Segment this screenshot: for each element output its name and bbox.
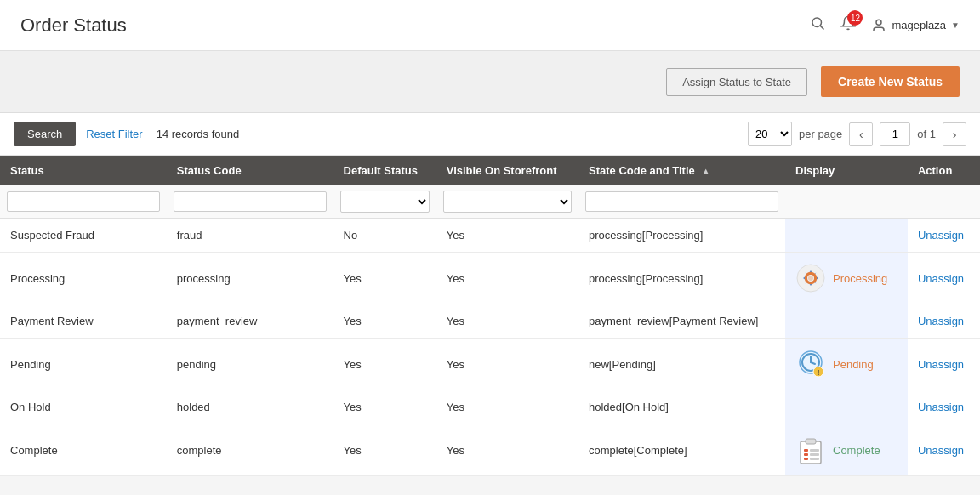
pagination: 20 50 100 per page ‹ of 1 › (748, 122, 966, 146)
cell-state-code: holded[On Hold] (578, 390, 785, 424)
table-row: Payment Review payment_review Yes Yes pa… (0, 304, 980, 339)
cell-action: Unassign (908, 390, 980, 424)
col-status: Status (0, 156, 167, 185)
table-row: Complete complete Yes Yes complete[Compl… (0, 424, 980, 476)
filter-status-code-input[interactable] (174, 191, 327, 212)
prev-page-button[interactable]: ‹ (849, 122, 873, 146)
cell-default-status: No (333, 219, 436, 253)
col-default-status: Default Status (333, 156, 436, 185)
table-row: On Hold holded Yes Yes holded[On Hold] U… (0, 390, 980, 424)
cell-state-code: processing[Processing] (578, 219, 785, 253)
svg-rect-17 (804, 453, 808, 456)
unassign-link[interactable]: Unassign (918, 272, 964, 285)
clipboard-icon (795, 435, 826, 465)
cell-action: Unassign (908, 304, 980, 339)
order-status-table: Status Status Code Default Status Visibl… (0, 156, 980, 476)
cell-visible: Yes (436, 424, 578, 476)
reset-filter-link[interactable]: Reset Filter (86, 128, 142, 140)
display-label: Processing (833, 272, 887, 285)
cell-action: Unassign (908, 219, 980, 253)
user-name: mageplaza (892, 19, 946, 31)
svg-text:!: ! (818, 368, 820, 377)
table-row: Pending pending Yes Yes new[Pending] (0, 339, 980, 390)
cell-visible: Yes (436, 304, 578, 339)
cell-status-code: complete (167, 424, 333, 476)
cell-status: Pending (0, 339, 167, 390)
unassign-link[interactable]: Unassign (918, 229, 964, 242)
create-new-status-button[interactable]: Create New Status (821, 66, 960, 97)
cell-display (785, 304, 908, 339)
col-state-code-title[interactable]: State Code and Title ▲ (578, 156, 785, 185)
cell-display (785, 219, 908, 253)
notification-icon[interactable]: 12 (840, 15, 856, 35)
cell-display (785, 390, 908, 424)
top-header: Order Status 12 mageplaza ▼ (0, 0, 980, 51)
cell-action: Unassign (908, 339, 980, 390)
svg-point-0 (812, 18, 822, 27)
cell-default-status: Yes (333, 339, 436, 390)
page-input[interactable] (880, 122, 910, 146)
unassign-link[interactable]: Unassign (918, 401, 964, 413)
records-count: 14 records found (157, 128, 240, 140)
cell-state-code: new[Pending] (578, 339, 785, 390)
cell-status: Processing (0, 253, 167, 304)
cell-default-status: Yes (333, 304, 436, 339)
cell-visible: Yes (436, 390, 578, 424)
search-icon[interactable] (810, 15, 825, 35)
search-button[interactable]: Search (14, 122, 76, 146)
display-label: Pending (833, 358, 874, 371)
cell-default-status: Yes (333, 390, 436, 424)
cell-visible: Yes (436, 253, 578, 304)
svg-line-1 (821, 26, 824, 29)
sort-icon: ▲ (701, 166, 710, 176)
col-action: Action (908, 156, 980, 185)
cell-status: Payment Review (0, 304, 167, 339)
page-of-label: of 1 (917, 128, 936, 140)
cell-state-code: processing[Processing] (578, 253, 785, 304)
next-page-button[interactable]: › (943, 122, 966, 146)
svg-rect-13 (801, 441, 821, 464)
svg-rect-19 (804, 458, 808, 460)
unassign-link[interactable]: Unassign (918, 444, 964, 457)
col-visible-storefront: Visible On Storefront (436, 156, 578, 185)
toolbar: Search Reset Filter 14 records found 20 … (0, 113, 980, 156)
unassign-link[interactable]: Unassign (918, 315, 964, 327)
cell-display: Processing (785, 253, 908, 304)
cell-status-code: holded (167, 390, 333, 424)
cell-state-code: complete[Complete] (578, 424, 785, 476)
clock-icon: ! (795, 349, 826, 379)
svg-rect-18 (810, 453, 819, 456)
header-actions: 12 mageplaza ▼ (810, 15, 960, 35)
svg-rect-14 (806, 439, 816, 444)
cell-status-code: fraud (167, 219, 333, 253)
svg-rect-20 (810, 458, 819, 460)
filter-row: Yes No Yes No (0, 185, 980, 219)
unassign-link[interactable]: Unassign (918, 358, 964, 371)
display-cell-complete: Complete (795, 435, 897, 465)
cell-action: Unassign (908, 424, 980, 476)
cell-visible: Yes (436, 219, 578, 253)
assign-status-button[interactable]: Assign Status to State (666, 68, 807, 96)
cell-status-code: processing (167, 253, 333, 304)
cell-action: Unassign (908, 253, 980, 304)
filter-visible-storefront-select[interactable]: Yes No (443, 191, 572, 213)
col-display: Display (785, 156, 908, 185)
cell-default-status: Yes (333, 253, 436, 304)
cell-display: Complete (785, 424, 908, 476)
cell-visible: Yes (436, 339, 578, 390)
cell-status: Suspected Fraud (0, 219, 167, 253)
svg-point-2 (876, 20, 881, 25)
page-title: Order Status (20, 14, 127, 37)
display-cell-pending: ! Pending (795, 349, 897, 379)
svg-point-6 (808, 276, 813, 281)
user-menu[interactable]: mageplaza ▼ (871, 18, 960, 33)
per-page-select[interactable]: 20 50 100 (748, 122, 792, 146)
filter-default-status-select[interactable]: Yes No (340, 191, 430, 213)
svg-rect-16 (810, 449, 819, 452)
display-cell-processing: Processing (795, 263, 897, 293)
filter-state-code-input[interactable] (585, 191, 778, 212)
svg-rect-15 (804, 449, 808, 452)
filter-status-input[interactable] (7, 191, 160, 212)
table-header-row: Status Status Code Default Status Visibl… (0, 156, 980, 185)
cell-status: On Hold (0, 390, 167, 424)
